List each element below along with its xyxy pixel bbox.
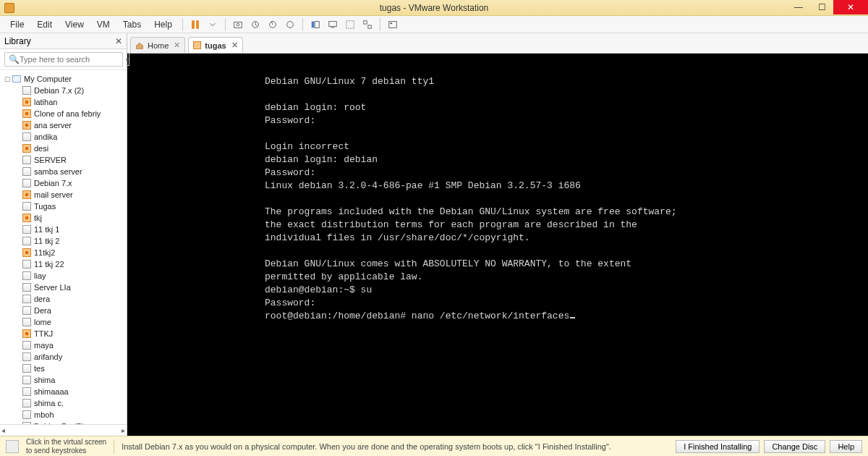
- svg-rect-8: [315, 21, 319, 28]
- sidebar-toggle-icon[interactable]: [307, 17, 323, 33]
- hint-text: Click in the virtual screen to send keys…: [26, 438, 106, 455]
- close-icon[interactable]: ✕: [174, 41, 180, 50]
- vm-item[interactable]: Debian 7.x (5): [3, 421, 127, 424]
- vm-item[interactable]: 11tkj2: [3, 247, 127, 258]
- menu-vm[interactable]: VM: [91, 17, 116, 32]
- vm-item[interactable]: ana server: [3, 119, 127, 131]
- terminal-output: Debian GNU/Linux 7 debian tty1 debian lo…: [265, 76, 677, 321]
- svg-rect-9: [329, 21, 337, 26]
- vm-item[interactable]: arifandy: [3, 351, 127, 363]
- svg-rect-2: [234, 22, 242, 28]
- vm-item[interactable]: lome: [3, 316, 127, 328]
- close-icon[interactable]: ✕: [231, 41, 238, 50]
- horizontal-scrollbar[interactable]: ◂▸: [0, 424, 127, 436]
- vm-item[interactable]: 11 tkj 1: [3, 224, 127, 235]
- vm-item[interactable]: tes: [3, 363, 127, 374]
- svg-rect-15: [390, 22, 392, 24]
- separator: [114, 439, 114, 454]
- window-title: tugas - VMware Workstation: [380, 3, 489, 13]
- dropdown-icon[interactable]: [205, 17, 221, 33]
- svg-rect-14: [389, 21, 397, 28]
- tree-root[interactable]: ▢My Computer: [3, 73, 127, 85]
- vm-item[interactable]: Server LIa: [3, 282, 127, 293]
- svg-rect-7: [312, 21, 315, 28]
- vm-item[interactable]: latihan: [3, 96, 127, 108]
- separator: [182, 18, 183, 31]
- finished-installing-button[interactable]: I Finished Installing: [676, 440, 760, 453]
- vm-item[interactable]: Debian 7.x (2): [3, 85, 127, 96]
- search-input[interactable]: [4, 52, 123, 67]
- pause-icon[interactable]: [187, 17, 203, 33]
- menu-file[interactable]: File: [4, 17, 30, 32]
- search-dropdown-icon[interactable]: ▾: [126, 53, 129, 66]
- search-icon: 🔍: [9, 54, 20, 64]
- vm-item[interactable]: mboh: [3, 409, 127, 421]
- menubar: File Edit View VM Tabs Help: [0, 16, 868, 33]
- vm-console[interactable]: Debian GNU/Linux 7 debian tty1 debian lo…: [127, 54, 868, 436]
- menu-tabs[interactable]: Tabs: [117, 17, 147, 32]
- vm-item[interactable]: samba server: [3, 166, 127, 177]
- svg-rect-12: [364, 20, 367, 23]
- close-icon[interactable]: ✕: [115, 36, 122, 46]
- clock-icon[interactable]: [282, 17, 298, 33]
- svg-point-6: [287, 21, 294, 28]
- menu-help[interactable]: Help: [148, 17, 178, 32]
- titlebar: tugas - VMware Workstation — ☐ ✕: [0, 0, 868, 16]
- hint-icon: [6, 440, 19, 453]
- close-button[interactable]: ✕: [833, 0, 868, 14]
- separator: [380, 18, 380, 31]
- tab-home[interactable]: Home✕: [130, 37, 185, 53]
- snapshot-icon[interactable]: [230, 17, 246, 33]
- vm-item[interactable]: TTKJ: [3, 328, 127, 339]
- vm-item[interactable]: Tugas: [3, 200, 127, 212]
- vm-item[interactable]: tkj: [3, 212, 127, 224]
- vm-item[interactable]: Debian 7.x: [3, 177, 127, 189]
- vm-item[interactable]: liay: [3, 270, 127, 282]
- vm-item[interactable]: Clone of ana febriy: [3, 108, 127, 119]
- change-disc-button[interactable]: Change Disc: [764, 440, 825, 453]
- window-controls: — ☐ ✕: [787, 0, 868, 16]
- tab-tugas[interactable]: tugas✕: [188, 37, 242, 53]
- fullscreen-icon[interactable]: [342, 17, 358, 33]
- vm-item[interactable]: SERVER: [3, 154, 127, 166]
- menu-view[interactable]: View: [59, 17, 90, 32]
- vm-item[interactable]: desi: [3, 143, 127, 154]
- main-area: Home✕tugas✕ Debian GNU/Linux 7 debian tt…: [127, 33, 868, 436]
- vm-item[interactable]: andika: [3, 131, 127, 143]
- vm-item[interactable]: 11 tkj 22: [3, 258, 127, 270]
- cursor-icon: [570, 317, 575, 318]
- vm-item[interactable]: shimaaaa: [3, 386, 127, 397]
- minimize-button[interactable]: —: [787, 0, 810, 14]
- console-icon[interactable]: [325, 17, 341, 33]
- library-sidebar: Library ✕ 🔍 ▾ ▢My ComputerDebian 7.x (2)…: [0, 33, 127, 436]
- svg-rect-11: [346, 20, 354, 28]
- tab-strip: Home✕tugas✕: [127, 33, 868, 54]
- svg-rect-1: [197, 20, 199, 28]
- vm-item[interactable]: mail server: [3, 189, 127, 200]
- thumbnail-icon[interactable]: [385, 17, 401, 33]
- vm-item[interactable]: shima: [3, 374, 127, 386]
- library-title: Library: [4, 36, 31, 46]
- vm-item[interactable]: dera: [3, 293, 127, 305]
- help-button[interactable]: Help: [830, 440, 862, 453]
- maximize-button[interactable]: ☐: [810, 0, 833, 14]
- vm-tree[interactable]: ▢My ComputerDebian 7.x (2)latihanClone o…: [0, 70, 127, 424]
- separator: [225, 18, 226, 31]
- vm-item[interactable]: Dera: [3, 305, 127, 316]
- statusbar: Click in the virtual screen to send keys…: [0, 436, 868, 456]
- app-icon: [4, 3, 14, 13]
- svg-point-3: [237, 23, 239, 26]
- library-header: Library ✕: [0, 33, 127, 49]
- unity-icon[interactable]: [359, 17, 375, 33]
- revert-icon[interactable]: [247, 17, 263, 33]
- menu-edit[interactable]: Edit: [31, 17, 58, 32]
- manage-icon[interactable]: [265, 17, 281, 33]
- svg-rect-10: [331, 27, 334, 28]
- status-message: Install Debian 7.x as you would on a phy…: [122, 442, 611, 451]
- svg-rect-0: [192, 20, 195, 28]
- vm-item[interactable]: maya: [3, 339, 127, 351]
- separator: [302, 18, 303, 31]
- vm-item[interactable]: shima c.: [3, 397, 127, 409]
- search-row: 🔍 ▾: [0, 49, 127, 70]
- vm-item[interactable]: 11 tkj 2: [3, 235, 127, 247]
